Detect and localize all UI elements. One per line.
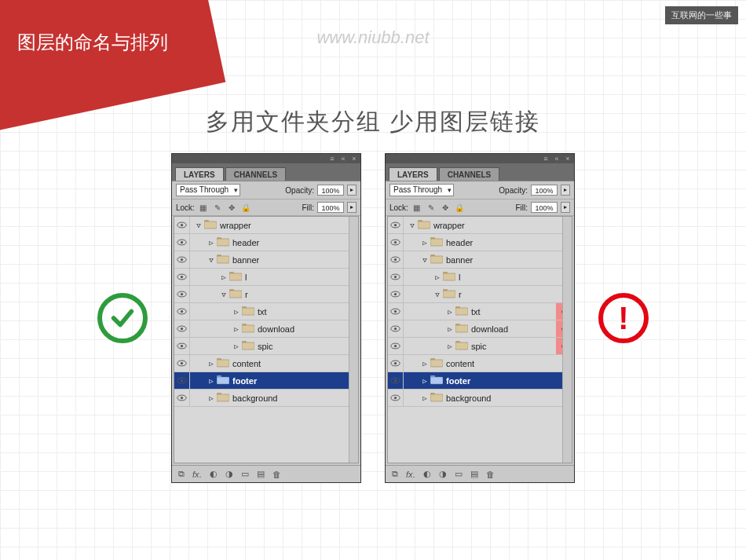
fill-flyout-icon[interactable]: ▸ [347, 202, 357, 213]
layer-row-download[interactable]: ▷download [388, 320, 572, 338]
flyout-menu-icon[interactable]: ≡ [543, 156, 549, 162]
visibility-toggle-icon[interactable] [174, 320, 190, 337]
chevron-right-icon[interactable]: ▷ [421, 360, 429, 368]
visibility-toggle-icon[interactable] [388, 303, 404, 320]
lock-all-icon[interactable]: 🔒 [454, 202, 465, 213]
layer-row-txt[interactable]: ▷txt [388, 303, 572, 320]
opacity-flyout-icon[interactable]: ▸ [347, 185, 357, 196]
visibility-toggle-icon[interactable] [174, 390, 190, 406]
fill-input[interactable]: 100% [531, 202, 558, 213]
layer-row-background[interactable]: ▷background [174, 390, 358, 407]
blend-mode-select[interactable]: Pass Through [389, 184, 454, 196]
layer-row-header[interactable]: ▷header [174, 234, 358, 251]
chevron-right-icon[interactable]: ▷ [433, 273, 441, 281]
chevron-down-icon[interactable]: ▽ [195, 221, 203, 229]
tab-channels[interactable]: CHANNELS [225, 167, 287, 181]
tab-layers[interactable]: LAYERS [175, 167, 224, 181]
layer-row-spic[interactable]: ▷spic [174, 338, 358, 355]
lock-paint-icon[interactable]: ✎ [212, 202, 223, 213]
visibility-toggle-icon[interactable] [174, 286, 190, 302]
layer-row-background[interactable]: ▷background [388, 390, 572, 407]
close-icon[interactable]: × [565, 156, 571, 162]
visibility-toggle-icon[interactable] [388, 338, 404, 354]
chevron-right-icon[interactable]: ▷ [232, 308, 240, 316]
opacity-input[interactable]: 100% [531, 185, 558, 196]
chevron-right-icon[interactable]: ▷ [220, 273, 228, 281]
layer-row-content[interactable]: ▷content [388, 355, 572, 372]
chevron-down-icon[interactable]: ▽ [220, 291, 228, 298]
chevron-right-icon[interactable]: ▷ [207, 360, 215, 368]
visibility-toggle-icon[interactable] [388, 234, 404, 251]
layer-row-content[interactable]: ▷content [174, 355, 358, 372]
visibility-toggle-icon[interactable] [388, 217, 404, 233]
link-layers-icon[interactable]: ⧉ [178, 469, 185, 479]
close-icon[interactable]: × [351, 156, 357, 162]
chevron-right-icon[interactable]: ▷ [207, 377, 215, 385]
lock-transparency-icon[interactable]: ▦ [411, 202, 422, 213]
chevron-right-icon[interactable]: ▷ [232, 325, 240, 333]
lock-position-icon[interactable]: ✥ [440, 202, 451, 213]
new-group-icon[interactable]: ▭ [455, 469, 463, 479]
layer-fx-icon[interactable]: fx. [406, 470, 415, 479]
chevron-right-icon[interactable]: ▷ [421, 377, 429, 385]
lock-transparency-icon[interactable]: ▦ [198, 202, 209, 213]
delete-layer-icon[interactable]: 🗑 [486, 470, 495, 479]
delete-layer-icon[interactable]: 🗑 [272, 470, 281, 479]
chevron-right-icon[interactable]: ▷ [232, 342, 240, 350]
visibility-toggle-icon[interactable] [388, 251, 404, 268]
fill-input[interactable]: 100% [317, 202, 344, 213]
visibility-toggle-icon[interactable] [174, 234, 190, 251]
layer-row-l[interactable]: ▷l [174, 269, 358, 286]
visibility-toggle-icon[interactable] [174, 217, 190, 233]
chevron-right-icon[interactable]: ▷ [446, 342, 454, 350]
adjustment-layer-icon[interactable]: ◑ [225, 469, 233, 479]
visibility-toggle-icon[interactable] [388, 286, 404, 302]
layer-mask-icon[interactable]: ◐ [423, 469, 431, 479]
visibility-toggle-icon[interactable] [174, 269, 190, 285]
layer-row-spic[interactable]: ▷spic [388, 338, 572, 355]
chevron-right-icon[interactable]: ▷ [421, 239, 429, 247]
layer-row-banner[interactable]: ▽banner [388, 251, 572, 269]
visibility-toggle-icon[interactable] [174, 303, 190, 320]
visibility-toggle-icon[interactable] [388, 320, 404, 337]
layer-mask-icon[interactable]: ◐ [210, 469, 218, 479]
layer-fx-icon[interactable]: fx. [192, 470, 202, 479]
new-layer-icon[interactable]: ▤ [470, 469, 478, 479]
layer-row-wrapper[interactable]: ▽wrapper [174, 217, 358, 234]
chevron-down-icon[interactable]: ▽ [421, 256, 429, 264]
visibility-toggle-icon[interactable] [174, 251, 190, 268]
collapse-icon[interactable]: « [340, 156, 346, 162]
lock-all-icon[interactable]: 🔒 [240, 202, 251, 213]
chevron-down-icon[interactable]: ▽ [408, 221, 416, 229]
tab-channels[interactable]: CHANNELS [439, 167, 500, 181]
link-layers-icon[interactable]: ⧉ [392, 469, 398, 479]
layer-row-wrapper[interactable]: ▽wrapper [388, 217, 572, 234]
visibility-toggle-icon[interactable] [388, 269, 404, 285]
chevron-right-icon[interactable]: ▷ [446, 325, 454, 333]
visibility-toggle-icon[interactable] [174, 355, 190, 372]
visibility-toggle-icon[interactable] [388, 355, 404, 372]
layer-row-r[interactable]: ▽r [388, 286, 572, 303]
blend-mode-select[interactable]: Pass Through [176, 184, 240, 196]
layer-row-l[interactable]: ▷l [388, 269, 572, 286]
layer-row-txt[interactable]: ▷txt [174, 303, 358, 320]
flyout-menu-icon[interactable]: ≡ [329, 156, 335, 162]
new-layer-icon[interactable]: ▤ [257, 469, 265, 479]
lock-position-icon[interactable]: ✥ [226, 202, 237, 213]
scrollbar[interactable] [562, 217, 572, 463]
visibility-toggle-icon[interactable] [174, 372, 190, 389]
layer-row-download[interactable]: ▷download [174, 320, 358, 338]
tab-layers[interactable]: LAYERS [389, 167, 437, 181]
visibility-toggle-icon[interactable] [174, 338, 190, 354]
chevron-right-icon[interactable]: ▷ [207, 239, 215, 247]
opacity-flyout-icon[interactable]: ▸ [561, 185, 570, 196]
opacity-input[interactable]: 100% [317, 185, 344, 196]
chevron-right-icon[interactable]: ▷ [446, 308, 454, 316]
collapse-icon[interactable]: « [554, 156, 560, 162]
lock-paint-icon[interactable]: ✎ [426, 202, 437, 213]
adjustment-layer-icon[interactable]: ◑ [439, 469, 447, 479]
fill-flyout-icon[interactable]: ▸ [561, 202, 570, 213]
visibility-toggle-icon[interactable] [388, 372, 404, 389]
chevron-down-icon[interactable]: ▽ [207, 256, 215, 264]
visibility-toggle-icon[interactable] [388, 390, 404, 406]
